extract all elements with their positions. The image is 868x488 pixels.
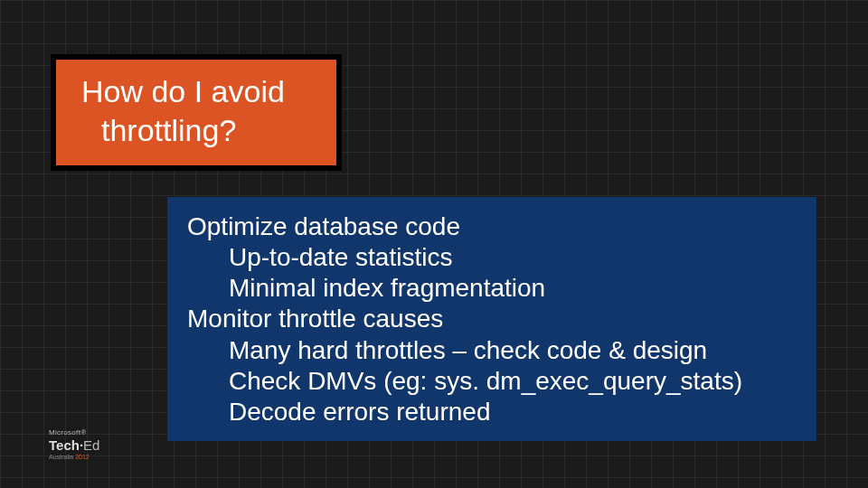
list-item: Decode errors returned <box>187 397 798 427</box>
list-item: Minimal index fragmentation <box>187 273 798 304</box>
title-line-1: How do I avoid <box>81 72 311 111</box>
event-name: Tech·Ed <box>49 437 99 454</box>
event-part-b: Ed <box>83 437 99 453</box>
list-item: Up-to-date statistics <box>187 242 798 273</box>
content-panel: Optimize database code Up-to-date statis… <box>167 197 816 441</box>
list-item: Check DMVs (eg: sys. dm_exec_query_stats… <box>187 366 798 397</box>
title-callout: How do I avoid throttling? <box>51 54 342 171</box>
list-item: Optimize database code <box>187 211 798 242</box>
event-year: 2012 <box>75 454 90 460</box>
event-part-a: Tech· <box>49 437 83 453</box>
list-item: Many hard throttles – check code & desig… <box>187 335 798 366</box>
vendor-text: Microsoft® <box>49 428 99 437</box>
location-text: Australia <box>49 454 75 460</box>
title-box: How do I avoid throttling? <box>56 60 336 165</box>
event-logo: Microsoft® Tech·Ed Australia 2012 <box>49 428 99 461</box>
title-line-2: throttling? <box>81 111 311 150</box>
event-location: Australia 2012 <box>49 454 99 461</box>
list-item: Monitor throttle causes <box>187 304 798 334</box>
